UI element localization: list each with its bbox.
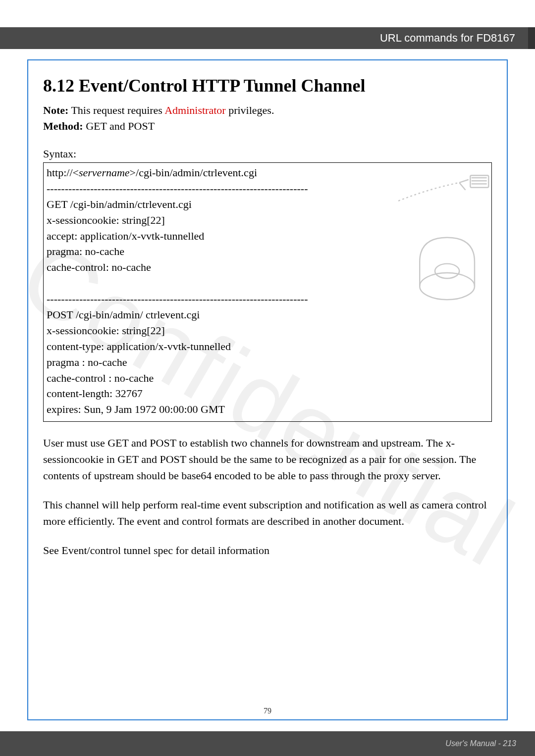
inner-page-number: 79 bbox=[264, 706, 271, 715]
syntax-box: http://<servername>/cgi-bin/admin/ctrlev… bbox=[43, 162, 492, 422]
dash-line-2: ----------------------------------------… bbox=[47, 291, 488, 307]
note-label: Note: bbox=[43, 104, 68, 116]
section-title: 8.12 Event/Control HTTP Tunnel Channel bbox=[43, 75, 492, 96]
get-line-2: accept: application/x-vvtk-tunnelled bbox=[47, 228, 488, 244]
dash-line-1: ----------------------------------------… bbox=[47, 181, 488, 197]
syntax-url-suffix: >/cgi-bin/admin/ctrlevent.cgi bbox=[130, 166, 257, 179]
note-before: This request requires bbox=[68, 104, 164, 116]
get-line-3: pragma: no-cache bbox=[47, 244, 488, 259]
header-title: URL commands for FD8167 bbox=[380, 32, 515, 45]
post-line-4: cache-control : no-cache bbox=[47, 370, 488, 386]
note-privilege: Administrator bbox=[164, 104, 225, 116]
syntax-label: Syntax: bbox=[43, 148, 492, 160]
note-after: privileges. bbox=[226, 104, 274, 116]
post-line-0: POST /cgi-bin/admin/ ctrlevent.cgi bbox=[47, 307, 488, 323]
syntax-url-prefix: http://< bbox=[47, 166, 79, 179]
post-line-1: x-sessioncookie: string[22] bbox=[47, 323, 488, 339]
method-line: Method: GET and POST bbox=[43, 120, 492, 133]
header-bar: URL commands for FD8167 bbox=[0, 27, 535, 49]
note-line: Note: This request requires Administrato… bbox=[43, 104, 492, 117]
footer-bar: User's Manual - 213 bbox=[0, 731, 535, 756]
paragraph-2: This channel will help perform real-time… bbox=[43, 497, 492, 529]
post-line-6: expires: Sun, 9 Jam 1972 00:00:00 GMT bbox=[47, 402, 488, 417]
get-line-1: x-sessioncookie: string[22] bbox=[47, 212, 488, 228]
method-value: GET and POST bbox=[83, 120, 155, 132]
post-line-3: pragma : no-cache bbox=[47, 354, 488, 370]
header-tab bbox=[528, 27, 535, 49]
syntax-servername: servername bbox=[79, 166, 130, 179]
syntax-url: http://<servername>/cgi-bin/admin/ctrlev… bbox=[47, 165, 488, 181]
post-line-2: content-type: application/x-vvtk-tunnell… bbox=[47, 339, 488, 354]
get-line-0: GET /cgi-bin/admin/ctrlevent.cgi bbox=[47, 197, 488, 212]
method-label: Method: bbox=[43, 120, 83, 132]
paragraph-1: User must use GET and POST to establish … bbox=[43, 435, 492, 484]
post-line-5: content-length: 32767 bbox=[47, 386, 488, 402]
paragraph-3: See Event/control tunnel spec for detail… bbox=[43, 542, 492, 558]
footer-text: User's Manual - 213 bbox=[445, 739, 516, 748]
get-line-4: cache-control: no-cache bbox=[47, 259, 488, 275]
page-frame: Confidential 8.12 Event/Control HTTP Tun… bbox=[27, 59, 508, 720]
